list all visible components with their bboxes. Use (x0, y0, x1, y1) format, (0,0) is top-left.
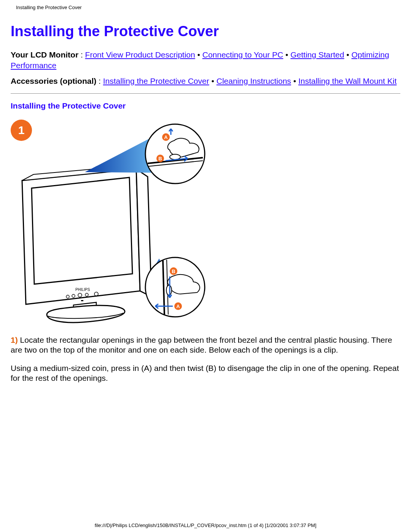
callout-side-detail: B A (145, 257, 205, 317)
horizontal-rule (11, 93, 400, 94)
step1-paragraph: 1) Locate the rectangular openings in th… (11, 335, 400, 355)
svg-text:A: A (164, 134, 168, 140)
nav-your-lcd-monitor: Your LCD Monitor : Front View Product De… (11, 50, 400, 71)
step1b-paragraph: Using a medium-sized coin, press in (A) … (11, 363, 400, 383)
bullet: • (344, 50, 351, 59)
step-figure: PHILIPS (11, 120, 216, 325)
bullet: • (209, 77, 217, 85)
nav-accessories-optional: Accessories (optional) : Installing the … (11, 76, 400, 86)
monitor-install-diagram: PHILIPS (11, 120, 216, 325)
bullet: • (291, 77, 298, 85)
link-installing-the-protective-cover[interactable]: Installing the Protective Cover (103, 77, 209, 85)
link-installing-the-wall-mount-kit[interactable]: Installing the Wall Mount Kit (298, 77, 397, 85)
nav2-label: Accessories (optional) (11, 77, 96, 85)
nav2-sep: : (96, 77, 103, 85)
svg-point-17 (166, 285, 172, 295)
section-title: Installing the Protective Cover (11, 101, 400, 110)
link-front-view-product-description[interactable]: Front View Product Description (85, 50, 195, 59)
step-number-badge: 1 (11, 120, 32, 141)
step1-text: Locate the rectangular openings in the g… (11, 335, 392, 354)
link-cleaning-instructions[interactable]: Cleaning Instructions (217, 77, 291, 85)
link-connecting-to-your-pc[interactable]: Connecting to Your PC (202, 50, 283, 59)
svg-text:B: B (158, 156, 162, 161)
bullet: • (195, 50, 202, 59)
nav1-label: Your LCD Monitor (11, 50, 78, 59)
monitor-outline-icon: PHILIPS (22, 165, 151, 323)
svg-text:A: A (176, 304, 180, 309)
nav1-sep: : (78, 50, 85, 59)
step1-number: 1) (11, 335, 18, 344)
document-header-title: Installing the Protective Cover (16, 5, 400, 10)
callout-top-detail: A B (145, 124, 205, 184)
svg-text:B: B (172, 268, 175, 274)
page-title: Installing the Protective Cover (11, 23, 400, 40)
link-getting-started[interactable]: Getting Started (290, 50, 344, 59)
svg-rect-5 (81, 300, 83, 301)
bullet: • (283, 50, 290, 59)
monitor-brand-text: PHILIPS (75, 288, 90, 292)
